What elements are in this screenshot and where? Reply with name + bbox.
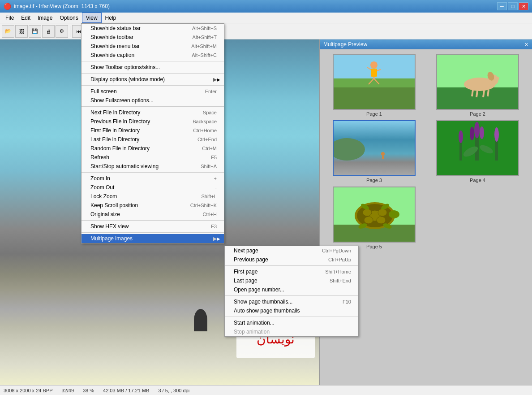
menu-view[interactable]: View	[82, 13, 102, 23]
menu-first-file[interactable]: First File in Directory Ctrl+Home	[82, 126, 224, 135]
menu-item-shortcut: ▶	[213, 77, 217, 82]
menu-fullscreen-options[interactable]: Show Fullscreen options...	[82, 96, 224, 105]
tool-open[interactable]: 📂	[2, 25, 14, 38]
menu-auto-show-thumbnails[interactable]: Auto show page thumbnails	[225, 306, 358, 315]
svg-point-43	[364, 217, 373, 224]
menu-item-label: Original size	[90, 211, 120, 217]
menu-prev-file[interactable]: Previous File in Directory Backspace	[82, 117, 224, 126]
preview-page-5[interactable]: Page 5	[333, 187, 416, 249]
menu-item-shortcut: Ctrl+PgDown	[322, 248, 351, 253]
tool-thumbnail[interactable]: 🖼	[15, 25, 28, 38]
menu-item-label: Show page thumbnails...	[234, 299, 292, 305]
menu-item-label: Show/hide status bar	[90, 25, 141, 31]
maximize-button[interactable]: □	[508, 2, 518, 10]
status-dimensions: 3008 x 2000 x 24 BPP	[4, 388, 52, 393]
svg-point-31	[459, 130, 463, 143]
svg-point-3	[370, 61, 378, 69]
menu-lock-zoom[interactable]: Lock Zoom Shift+L	[82, 192, 224, 201]
menu-toolbar-options[interactable]: Show Toolbar options/skins...	[82, 63, 224, 72]
menu-sep-3	[82, 85, 224, 86]
menu-item-shortcut: Ctrl+H	[203, 212, 217, 217]
menu-first-page[interactable]: First page Shift+Home	[225, 267, 358, 276]
preview-page-1[interactable]: Page 1	[324, 54, 424, 117]
menu-original-size[interactable]: Original size Ctrl+H	[82, 210, 224, 219]
preview-thumb-1[interactable]	[333, 54, 416, 110]
menu-start-animation[interactable]: Start animation...	[225, 318, 358, 327]
svg-point-44	[377, 217, 386, 224]
menu-last-file[interactable]: Last File in Directory Ctrl+End	[82, 135, 224, 144]
page1-image	[334, 54, 415, 110]
menu-fullscreen[interactable]: Full screen Enter	[82, 87, 224, 96]
preview-title-bar: Multipage Preview ✕	[320, 39, 532, 49]
preview-close-button[interactable]: ✕	[524, 42, 528, 48]
tool-save[interactable]: 💾	[29, 25, 41, 38]
sub-sep-3	[225, 317, 358, 317]
menu-show-page-thumbnails[interactable]: Show page thumbnails... F10	[225, 297, 358, 306]
close-button[interactable]: ✕	[519, 2, 528, 10]
menu-item-shortcut: Shift+A	[201, 164, 217, 169]
menu-item-shortcut: Space	[203, 110, 217, 115]
menu-edit[interactable]: Edit	[17, 13, 34, 23]
menu-sep-2	[82, 73, 224, 74]
menu-display-options[interactable]: Display options (window mode) ▶	[82, 75, 224, 84]
menu-show-hide-toolbar[interactable]: Show/hide toolbar Alt+Shift+T	[82, 33, 224, 42]
menu-auto-view[interactable]: Start/Stop automatic viewing Shift+A	[82, 162, 224, 171]
menu-help[interactable]: Help	[102, 13, 120, 23]
menu-item-label: Previous page	[234, 256, 268, 263]
menu-next-file[interactable]: Next File in Directory Space	[82, 108, 224, 117]
menu-options[interactable]: Options	[56, 13, 82, 23]
svg-point-41	[363, 209, 372, 216]
preview-page-2[interactable]: Page 2	[428, 54, 528, 117]
preview-page-4[interactable]: Page 4	[428, 120, 528, 183]
menu-last-page[interactable]: Last page Shift+End	[225, 276, 358, 285]
minimize-button[interactable]: ─	[497, 2, 507, 10]
menu-item-label: First File in Directory	[90, 127, 140, 134]
menu-show-hex-view[interactable]: Show HEX view F3	[82, 222, 224, 231]
tool-settings[interactable]: ⚙	[56, 25, 68, 38]
menu-item-label: Show Toolbar options/skins...	[90, 64, 160, 70]
preview-thumb-5[interactable]	[333, 187, 416, 243]
svg-point-29	[480, 126, 484, 139]
svg-point-28	[470, 127, 474, 140]
menu-item-shortcut: Alt+Shift+T	[193, 35, 217, 40]
svg-point-27	[474, 122, 480, 138]
menu-prev-page[interactable]: Previous page Ctrl+PgUp	[225, 255, 358, 264]
menu-item-shortcut: Ctrl+Home	[193, 128, 217, 133]
menu-sep-7	[82, 232, 224, 233]
menu-item-label: Next File in Directory	[90, 109, 140, 116]
menu-item-shortcut: Ctrl+M	[202, 146, 217, 151]
svg-point-33	[494, 127, 499, 142]
svg-point-15	[494, 77, 499, 80]
menu-zoom-out[interactable]: Zoom Out -	[82, 183, 224, 192]
preview-thumb-2[interactable]	[436, 54, 519, 110]
page4-image	[437, 120, 518, 176]
menu-item-shortcut: Shift+End	[330, 278, 351, 283]
preview-thumb-3[interactable]	[333, 120, 416, 176]
menu-zoom-in[interactable]: Zoom In +	[82, 174, 224, 183]
menu-refresh[interactable]: Refresh F5	[82, 153, 224, 162]
status-bar: 3008 x 2000 x 24 BPP 32/49 38 % 42.03 MB…	[0, 385, 532, 395]
menu-show-hide-statusbar[interactable]: Show/hide status bar Alt+Shift+S	[82, 24, 224, 33]
menu-show-hide-caption[interactable]: Show/hide caption Alt+Shift+C	[82, 51, 224, 60]
menu-stop-animation: Stop animation	[225, 327, 358, 336]
menu-random-file[interactable]: Random File in Directory Ctrl+M	[82, 144, 224, 153]
sub-sep-1	[225, 265, 358, 266]
menu-keep-scroll[interactable]: Keep Scroll position Ctrl+Shift+K	[82, 201, 224, 210]
preview-page-3[interactable]: Page 3	[324, 120, 424, 183]
menu-item-label: Refresh	[90, 154, 109, 161]
menu-item-shortcut: Shift+Home	[325, 269, 351, 274]
menu-multipage-images[interactable]: Multipage images ▶	[82, 234, 224, 243]
menu-item-label: Zoom Out	[90, 184, 114, 191]
view-dropdown-menu: Show/hide status bar Alt+Shift+S Show/hi…	[81, 23, 224, 243]
svg-point-23	[381, 152, 385, 156]
page5-image	[334, 187, 415, 243]
tool-print[interactable]: 🖨	[42, 25, 55, 38]
menu-next-page[interactable]: Next page Ctrl+PgDown	[225, 246, 358, 255]
svg-point-42	[378, 209, 387, 216]
menu-show-hide-menubar[interactable]: Show/hide menu bar Alt+Shift+M	[82, 42, 224, 51]
menu-file[interactable]: File	[2, 13, 17, 23]
menu-image[interactable]: Image	[34, 13, 56, 23]
menu-open-page-number[interactable]: Open page number...	[225, 285, 358, 294]
menu-item-label: Multipage images	[90, 235, 133, 242]
preview-thumb-4[interactable]	[436, 120, 519, 176]
